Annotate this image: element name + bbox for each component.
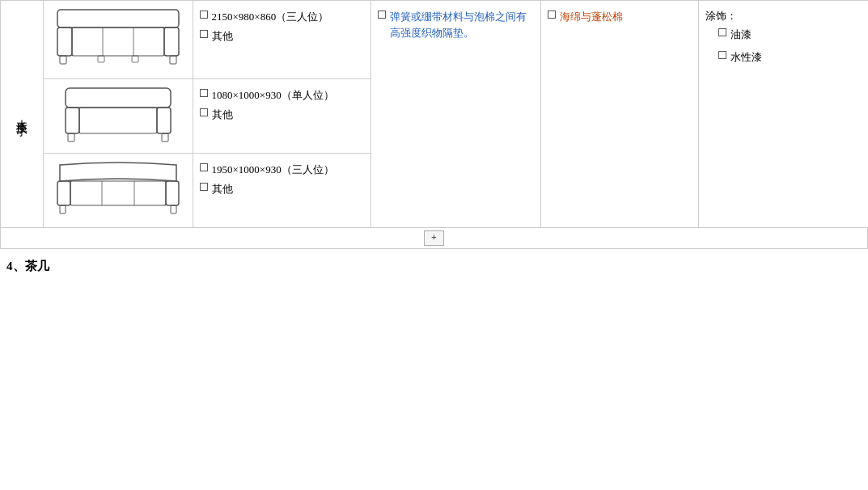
coating-water-label: 水性漆 xyxy=(730,49,762,65)
svg-rect-8 xyxy=(98,56,104,62)
size-label-3: 1950×1000×930（三人位） xyxy=(212,162,334,178)
svg-rect-0 xyxy=(57,10,179,27)
coating-header-label: 涂饰： xyxy=(705,10,737,22)
springs-checkbox xyxy=(378,11,386,19)
svg-rect-10 xyxy=(66,88,171,108)
checkbox-2 xyxy=(200,89,208,97)
svg-rect-14 xyxy=(68,133,74,142)
svg-rect-7 xyxy=(170,56,176,64)
svg-rect-12 xyxy=(157,108,171,133)
size-item-3: 1950×1000×930（三人位） xyxy=(200,162,364,178)
svg-rect-21 xyxy=(60,205,66,213)
svg-rect-13 xyxy=(79,108,157,133)
size-item-2: 1080×1000×930（单人位） xyxy=(200,87,364,103)
page-container: 木质扶手 xyxy=(0,0,868,274)
size-item-1: 2150×980×860（三人位） xyxy=(200,9,364,25)
svg-rect-22 xyxy=(171,205,176,213)
svg-rect-15 xyxy=(162,133,168,142)
checkbox-1 xyxy=(200,11,208,19)
sofa-image-cell-1 xyxy=(43,1,193,79)
size-label-1: 2150×980×860（三人位） xyxy=(212,9,329,25)
sofa-image-cell-3 xyxy=(43,154,193,228)
size-item-other-2: 其他 xyxy=(200,107,364,123)
add-row-button[interactable]: + xyxy=(424,230,444,246)
size-other-label-3: 其他 xyxy=(212,181,233,197)
table-wrapper: 木质扶手 xyxy=(0,0,868,249)
svg-rect-3 xyxy=(72,27,164,56)
coating-header: 涂饰： xyxy=(705,9,862,23)
foam-item: 海绵与蓬松棉 xyxy=(548,9,692,25)
category-label: 木质扶手 xyxy=(11,111,32,117)
coating-oil: 油漆 xyxy=(718,27,862,43)
sofa-sketch-1 xyxy=(53,6,183,70)
springs-label: 弹簧或绷带材料与泡棉之间有高强度织物隔垫。 xyxy=(390,9,534,40)
sofa-image-cell-2 xyxy=(43,79,193,154)
coating-oil-label: 油漆 xyxy=(730,27,752,43)
svg-rect-1 xyxy=(57,27,72,56)
coating-water-checkbox xyxy=(718,51,726,59)
size-item-other-3: 其他 xyxy=(200,181,364,197)
checkbox-other-1 xyxy=(200,30,208,38)
svg-rect-6 xyxy=(60,56,66,64)
section-heading: 4、茶几 xyxy=(6,259,868,274)
category-cell: 木质扶手 xyxy=(1,1,43,228)
size-item-other-1: 其他 xyxy=(200,28,364,44)
svg-rect-9 xyxy=(132,56,138,62)
checkbox-other-2 xyxy=(200,108,208,116)
size-other-label-2: 其他 xyxy=(212,107,233,123)
foam-label: 海绵与蓬松棉 xyxy=(560,9,623,25)
checkbox-other-3 xyxy=(200,183,208,191)
table-row: 木质扶手 xyxy=(1,1,868,79)
size-cell-2: 1080×1000×930（单人位） 其他 xyxy=(193,79,370,154)
sofa-table: 木质扶手 xyxy=(1,1,868,228)
svg-rect-11 xyxy=(66,108,79,133)
size-label-2: 1080×1000×930（单人位） xyxy=(212,87,334,103)
springs-cell: 弹簧或绷带材料与泡棉之间有高强度织物隔垫。 xyxy=(370,1,540,228)
svg-rect-17 xyxy=(166,181,179,205)
coating-water: 水性漆 xyxy=(718,49,862,65)
coating-cell: 涂饰： 油漆 水性漆 xyxy=(698,1,868,228)
size-cell-1: 2150×980×860（三人位） 其他 xyxy=(193,1,370,79)
foam-checkbox xyxy=(548,11,556,19)
add-row-container: + xyxy=(1,228,868,249)
svg-rect-2 xyxy=(164,27,179,56)
size-cell-3: 1950×1000×930（三人位） 其他 xyxy=(193,154,370,228)
sofa-sketch-3 xyxy=(53,158,183,219)
checkbox-3 xyxy=(200,163,208,171)
svg-rect-18 xyxy=(70,181,166,205)
size-other-label-1: 其他 xyxy=(212,28,233,44)
svg-rect-16 xyxy=(57,181,70,205)
springs-item: 弹簧或绷带材料与泡棉之间有高强度织物隔垫。 xyxy=(378,9,534,40)
foam-cell: 海绵与蓬松棉 xyxy=(540,1,698,228)
sofa-sketch-2 xyxy=(61,84,175,145)
coating-oil-checkbox xyxy=(718,28,726,36)
